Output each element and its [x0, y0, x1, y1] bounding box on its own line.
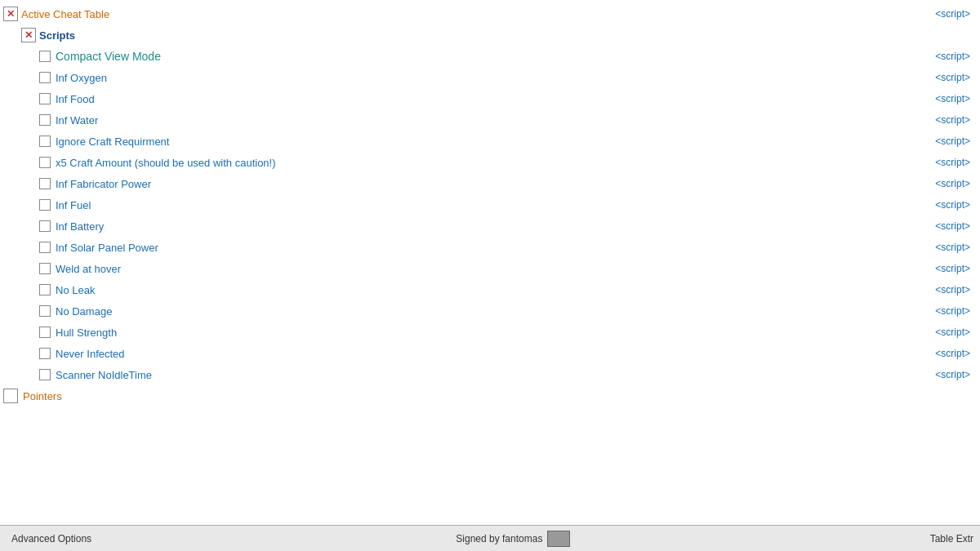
inf-fabricator-script: <script>	[935, 178, 977, 189]
scanner-noidletime-checkbox[interactable]	[39, 369, 51, 380]
pointers-label: Pointers	[23, 390, 62, 402]
main-container: Active Cheat Table <script> Scripts Comp…	[0, 0, 980, 551]
active-cheat-script: <script>	[935, 8, 977, 20]
weld-hover-label: Weld at hover	[56, 263, 121, 275]
advanced-options-button[interactable]: Advanced Options	[7, 531, 96, 546]
inf-water-row: Inf Water <script>	[0, 109, 980, 131]
scripts-label: Scripts	[39, 29, 75, 42]
scanner-noidletime-label: Scanner NoIdleTime	[56, 369, 152, 381]
inf-water-script: <script>	[935, 114, 977, 126]
active-cheat-checkbox[interactable]	[3, 7, 18, 21]
never-infected-script: <script>	[935, 348, 977, 359]
inf-solar-row: Inf Solar Panel Power <script>	[0, 237, 980, 258]
inf-solar-label: Inf Solar Panel Power	[56, 242, 158, 254]
table-extra-label: Table Extr	[930, 533, 973, 544]
inf-fabricator-checkbox[interactable]	[39, 178, 51, 189]
never-infected-row: Never Infected <script>	[0, 343, 980, 364]
no-leak-label: No Leak	[56, 284, 95, 296]
no-damage-label: No Damage	[56, 305, 112, 318]
hull-strength-checkbox[interactable]	[39, 327, 51, 338]
inf-solar-script: <script>	[935, 242, 977, 253]
inf-fabricator-row: Inf Fabricator Power <script>	[0, 173, 980, 194]
inf-fabricator-label: Inf Fabricator Power	[56, 178, 151, 190]
scripts-checkbox[interactable]	[21, 28, 36, 42]
x5-craft-row: x5 Craft Amount (should be used with cau…	[0, 152, 980, 173]
x5-craft-label: x5 Craft Amount (should be used with cau…	[56, 157, 276, 169]
inf-oxygen-script: <script>	[935, 72, 977, 83]
ignore-craft-script: <script>	[935, 136, 977, 147]
bottom-center: Signed by fantomas	[96, 531, 930, 547]
compact-view-label: Compact View Mode	[56, 50, 161, 63]
never-infected-checkbox[interactable]	[39, 348, 51, 359]
inf-oxygen-checkbox[interactable]	[39, 72, 51, 83]
compact-view-row: Compact View Mode <script>	[0, 46, 980, 67]
pointers-row: Pointers	[0, 385, 980, 407]
no-leak-checkbox[interactable]	[39, 284, 51, 295]
inf-fuel-checkbox[interactable]	[39, 199, 51, 211]
ignore-craft-checkbox[interactable]	[39, 136, 51, 147]
ignore-craft-row: Ignore Craft Requirment <script>	[0, 131, 980, 152]
compact-view-checkbox[interactable]	[39, 51, 51, 62]
active-cheat-table-row: Active Cheat Table <script>	[0, 3, 980, 24]
x5-craft-script: <script>	[935, 157, 977, 168]
no-damage-script: <script>	[935, 305, 977, 317]
inf-battery-script: <script>	[935, 220, 977, 232]
inf-oxygen-row: Inf Oxygen <script>	[0, 67, 980, 88]
inf-solar-checkbox[interactable]	[39, 242, 51, 253]
no-leak-row: No Leak <script>	[0, 279, 980, 300]
no-damage-checkbox[interactable]	[39, 305, 51, 317]
weld-hover-checkbox[interactable]	[39, 263, 51, 274]
compact-view-script: <script>	[935, 51, 977, 62]
inf-food-script: <script>	[935, 93, 977, 104]
inf-fuel-row: Inf Fuel <script>	[0, 194, 980, 216]
no-damage-row: No Damage <script>	[0, 300, 980, 322]
signed-by-text: Signed by fantomas	[456, 533, 542, 544]
inf-oxygen-label: Inf Oxygen	[56, 72, 107, 84]
inf-food-row: Inf Food <script>	[0, 88, 980, 109]
hull-strength-row: Hull Strength <script>	[0, 322, 980, 343]
no-leak-script: <script>	[935, 284, 977, 295]
content-area: Active Cheat Table <script> Scripts Comp…	[0, 0, 980, 525]
inf-food-checkbox[interactable]	[39, 93, 51, 104]
inf-fuel-label: Inf Fuel	[56, 199, 91, 211]
weld-hover-script: <script>	[935, 263, 977, 274]
inf-battery-label: Inf Battery	[56, 220, 104, 233]
never-infected-label: Never Infected	[56, 348, 125, 360]
inf-battery-checkbox[interactable]	[39, 220, 51, 232]
weld-hover-row: Weld at hover <script>	[0, 258, 980, 279]
inf-water-label: Inf Water	[56, 114, 98, 127]
scripts-row: Scripts	[18, 24, 980, 46]
active-cheat-label: Active Cheat Table	[21, 8, 109, 20]
bottom-bar: Advanced Options Signed by fantomas Tabl…	[0, 525, 980, 551]
hull-strength-script: <script>	[935, 327, 977, 338]
pointers-checkbox[interactable]	[3, 389, 18, 403]
x5-craft-checkbox[interactable]	[39, 157, 51, 168]
inf-battery-row: Inf Battery <script>	[0, 216, 980, 237]
inf-food-label: Inf Food	[56, 93, 95, 105]
inf-fuel-script: <script>	[935, 199, 977, 211]
inf-water-checkbox[interactable]	[39, 114, 51, 126]
signed-icon	[547, 531, 570, 547]
hull-strength-label: Hull Strength	[56, 327, 117, 339]
scanner-noidletime-script: <script>	[935, 369, 977, 380]
ignore-craft-label: Ignore Craft Requirment	[56, 136, 169, 148]
scanner-noidletime-row: Scanner NoIdleTime <script>	[0, 364, 980, 385]
